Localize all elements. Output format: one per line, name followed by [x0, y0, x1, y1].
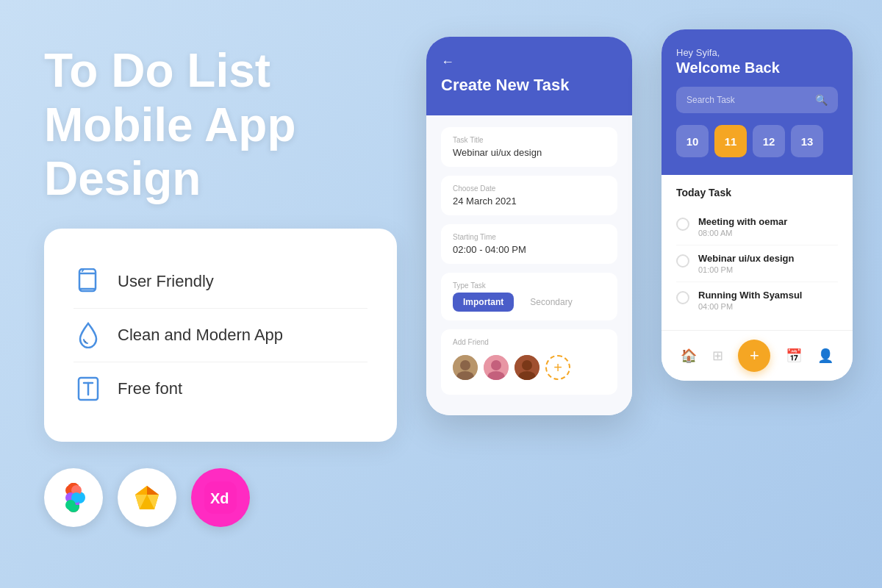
task-info-3: Running With Syamsul 04:00 PM [698, 290, 802, 311]
svg-marker-18 [135, 486, 147, 495]
choose-date-field[interactable]: Choose Date 24 March 2021 [441, 176, 617, 215]
svg-marker-17 [147, 486, 159, 495]
choose-date-value: 24 March 2021 [453, 196, 606, 207]
create-task-phone: ← Create New Task Task Title Webinar ui/… [426, 37, 647, 415]
search-placeholder: Search Task [686, 95, 735, 105]
task-time-3: 04:00 PM [698, 302, 802, 311]
main-header: Hey Syifa, Welcome Back Search Task 🔍 10… [662, 29, 853, 175]
date-13[interactable]: 13 [791, 125, 823, 157]
left-section: To Do List Mobile App Design User Friend… [44, 44, 397, 527]
svg-point-28 [491, 360, 501, 370]
avatar-3 [514, 355, 539, 380]
starting-time-field[interactable]: Starting Time 02:00 - 04:00 PM [441, 224, 617, 264]
xd-icon: Xd [191, 468, 250, 527]
phone-icon [74, 267, 103, 296]
feature-label-free-font: Free font [118, 379, 182, 398]
date-row: 10 11 12 13 [676, 125, 838, 157]
nav-grid-icon[interactable]: ⊞ [712, 348, 723, 364]
main-title: To Do List Mobile App Design [44, 44, 397, 207]
feature-user-friendly: User Friendly [74, 255, 368, 308]
task-title-value: Webinar ui/ux design [453, 147, 606, 158]
task-name-1: Meeting with oemar [698, 216, 787, 227]
svg-point-15 [65, 500, 76, 510]
type-secondary-btn[interactable]: Secondary [520, 293, 582, 312]
task-item-2: Webinar ui/ux design 01:00 PM [676, 245, 838, 282]
starting-time-value: 02:00 - 04:00 PM [453, 244, 606, 255]
type-task-label: Type Task [453, 282, 606, 290]
task-info-1: Meeting with oemar 08:00 AM [698, 216, 787, 237]
avatar-1 [453, 355, 478, 380]
avatar-2 [484, 355, 509, 380]
svg-point-31 [522, 360, 532, 370]
add-friend-row: + [453, 349, 606, 386]
date-11[interactable]: 11 [714, 125, 747, 157]
text-icon [74, 374, 103, 404]
greeting-small: Hey Syifa, [676, 47, 838, 58]
task-name-2: Webinar ui/ux design [698, 253, 795, 264]
task-title-label: Task Title [453, 136, 606, 144]
add-friend-label: Add Friend [453, 338, 606, 346]
date-12[interactable]: 12 [753, 125, 785, 157]
svg-text:Xd: Xd [210, 490, 229, 506]
tool-icons-row: Xd [44, 468, 397, 527]
phone-main-screen: Hey Syifa, Welcome Back Search Task 🔍 10… [662, 29, 853, 381]
starting-time-label: Starting Time [453, 233, 606, 241]
main-app-phone: Hey Syifa, Welcome Back Search Task 🔍 10… [662, 29, 867, 381]
nav-home-icon[interactable]: 🏠 [681, 348, 697, 364]
greeting-large: Welcome Back [676, 60, 838, 76]
add-friend-field: Add Friend [441, 329, 617, 395]
tasks-section: Today Task Meeting with oemar 08:00 AM W… [662, 175, 853, 330]
create-task-header: ← Create New Task [426, 37, 632, 115]
feature-clean-modern: Clean and Modern App [74, 308, 368, 362]
svg-rect-0 [79, 269, 96, 291]
nav-add-button[interactable]: + [738, 340, 770, 372]
feature-free-font: Free font [74, 362, 368, 415]
add-friend-button[interactable]: + [545, 355, 570, 380]
task-item-1: Meeting with oemar 08:00 AM [676, 209, 838, 245]
figma-icon [44, 468, 103, 527]
back-arrow[interactable]: ← [441, 54, 617, 70]
date-10[interactable]: 10 [676, 125, 709, 157]
sketch-icon [118, 468, 176, 527]
task-title-field[interactable]: Task Title Webinar ui/ux design [441, 127, 617, 167]
create-task-body: Task Title Webinar ui/ux design Choose D… [426, 115, 632, 415]
today-task-label: Today Task [676, 187, 838, 198]
bottom-nav: 🏠 ⊞ + 📅 👤 [662, 330, 853, 381]
task-info-2: Webinar ui/ux design 01:00 PM [698, 253, 795, 274]
task-name-3: Running With Syamsul [698, 290, 802, 301]
features-card: User Friendly Clean and Modern App Fr [44, 229, 397, 442]
task-radio-1[interactable] [676, 218, 689, 231]
choose-date-label: Choose Date [453, 184, 606, 193]
task-item-3: Running With Syamsul 04:00 PM [676, 282, 838, 318]
nav-calendar-icon[interactable]: 📅 [786, 348, 802, 364]
drop-icon [74, 320, 103, 350]
type-task-field[interactable]: Type Task Important Secondary [441, 273, 617, 320]
search-icon: 🔍 [815, 94, 828, 106]
svg-point-25 [460, 360, 470, 370]
nav-user-icon[interactable]: 👤 [817, 348, 833, 364]
search-bar[interactable]: Search Task 🔍 [676, 87, 838, 113]
create-task-title: Create New Task [441, 76, 617, 95]
task-radio-2[interactable] [676, 254, 689, 268]
type-important-btn[interactable]: Important [453, 293, 514, 312]
task-time-1: 08:00 AM [698, 229, 787, 237]
feature-label-clean-modern: Clean and Modern App [118, 326, 283, 345]
task-radio-3[interactable] [676, 291, 689, 304]
task-time-2: 01:00 PM [698, 265, 795, 274]
type-task-options: Important Secondary [453, 293, 606, 312]
feature-label-user-friendly: User Friendly [118, 272, 214, 291]
phone-create-screen: ← Create New Task Task Title Webinar ui/… [426, 37, 632, 415]
